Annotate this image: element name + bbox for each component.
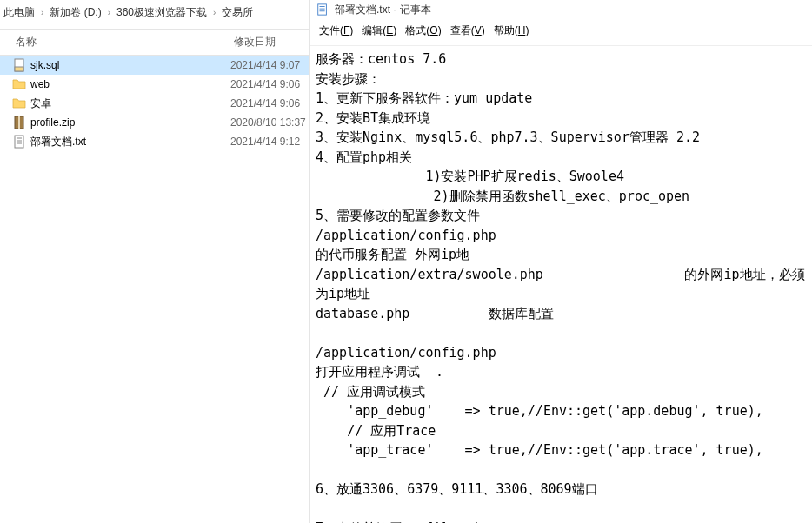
chevron-right-icon: › (41, 8, 43, 17)
svg-rect-4 (15, 136, 23, 148)
titlebar: 部署文档.txt - 记事本 (310, 0, 812, 19)
file-row[interactable]: profile.zip2020/8/10 13:37 (0, 113, 309, 132)
file-name: profile.zip (28, 116, 230, 129)
menu-f[interactable]: 文件(F) (316, 22, 356, 40)
menu-o[interactable]: 格式(O) (402, 22, 444, 40)
window-title: 部署文档.txt - 记事本 (335, 3, 431, 17)
file-list: sjk.sql2021/4/14 9:07web2021/4/14 9:06安卓… (0, 56, 309, 523)
file-name: 安卓 (28, 96, 230, 111)
folder-icon (12, 77, 28, 91)
file-row[interactable]: 安卓2021/4/14 9:06 (0, 94, 309, 113)
breadcrumb-segment[interactable]: 360极速浏览器下载 (116, 5, 207, 20)
file-date: 2021/4/14 9:06 (230, 78, 309, 90)
file-row[interactable]: sjk.sql2021/4/14 9:07 (0, 56, 309, 75)
notepad-window: 部署文档.txt - 记事本 文件(F)编辑(E)格式(O)查看(V)帮助(H)… (310, 0, 812, 523)
file-date: 2021/4/14 9:12 (230, 136, 309, 148)
notepad-icon (316, 3, 329, 17)
menubar: 文件(F)编辑(E)格式(O)查看(V)帮助(H) (310, 19, 812, 46)
breadcrumb[interactable]: 此电脑 › 新加卷 (D:) › 360极速浏览器下载 › 交易所 (0, 0, 309, 30)
chevron-right-icon: › (213, 8, 216, 17)
column-header-date[interactable]: 修改日期 (230, 35, 309, 50)
file-name: web (28, 78, 230, 90)
breadcrumb-segment[interactable]: 新加卷 (D:) (50, 5, 101, 20)
file-zip-icon (12, 116, 28, 129)
chevron-right-icon: › (108, 8, 110, 17)
column-header-name[interactable]: 名称 (0, 35, 230, 50)
menu-h[interactable]: 帮助(H) (490, 22, 533, 40)
breadcrumb-segment[interactable]: 此电脑 (3, 5, 35, 20)
list-header: 名称 修改日期 (0, 30, 309, 56)
svg-rect-3 (18, 116, 20, 129)
menu-v[interactable]: 查看(V) (447, 22, 489, 40)
file-date: 2021/4/14 9:06 (230, 97, 309, 109)
menu-e[interactable]: 编辑(E) (358, 22, 400, 40)
file-explorer-panel: 此电脑 › 新加卷 (D:) › 360极速浏览器下载 › 交易所 名称 修改日… (0, 0, 310, 523)
folder-icon (12, 96, 28, 110)
svg-rect-1 (15, 67, 23, 71)
file-sql-icon (12, 58, 28, 72)
file-date: 2020/8/10 13:37 (230, 116, 309, 129)
file-name: 部署文档.txt (28, 135, 230, 149)
file-row[interactable]: web2021/4/14 9:06 (0, 75, 309, 94)
file-row[interactable]: 部署文档.txt2021/4/14 9:12 (0, 132, 309, 151)
svg-rect-8 (318, 4, 327, 15)
file-date: 2021/4/14 9:07 (230, 59, 309, 71)
file-txt-icon (12, 135, 28, 149)
breadcrumb-segment[interactable]: 交易所 (222, 5, 253, 20)
file-name: sjk.sql (28, 59, 230, 71)
text-content[interactable]: 服务器：centos 7.6 安装步骤： 1、更新下服务器软件：yum upda… (310, 46, 812, 523)
